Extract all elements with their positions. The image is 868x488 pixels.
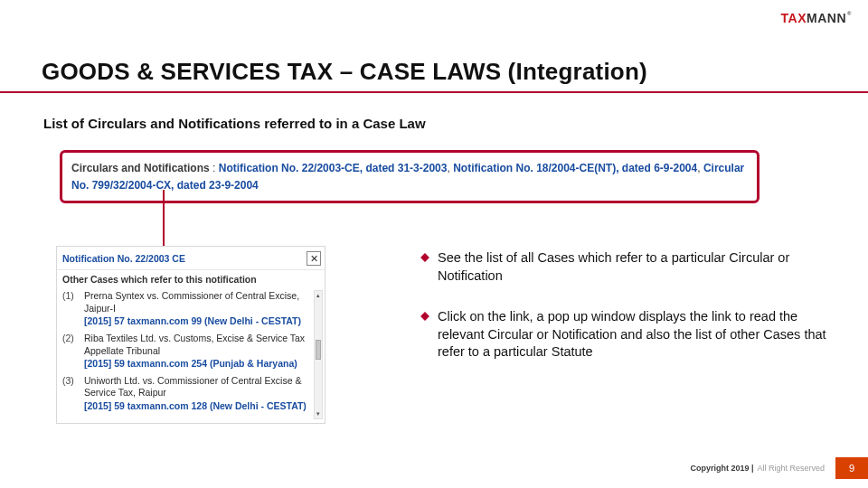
circulars-box: Circulars and Notifications : Notificati… — [60, 150, 760, 203]
diamond-bullet-icon — [420, 252, 430, 263]
popup-divider — [57, 269, 325, 270]
brand-part2: MANN — [807, 11, 846, 25]
slide: TAXMANN® GOODS & SERVICES TAX – CASE LAW… — [0, 0, 868, 488]
svg-rect-1 — [420, 312, 429, 321]
scrollbar[interactable]: ▴ ▾ — [314, 290, 323, 419]
list-index: (3) — [62, 375, 79, 413]
brand-logo: TAXMANN® — [781, 11, 852, 25]
list-text: Riba Textiles Ltd. vs. Customs, Excise &… — [84, 333, 312, 371]
circular-link[interactable]: Notification No. 22/2003-CE, dated 31-3-… — [219, 162, 448, 174]
page-number: 9 — [835, 457, 868, 479]
copyright-text: Copyright 2019 | — [690, 464, 753, 473]
circular-link[interactable]: Notification No. 18/2004-CE(NT), dated 6… — [453, 162, 697, 174]
popup-window: Notification No. 22/2003 CE ✕ Other Case… — [56, 246, 326, 424]
list-item: (3) Uniworth Ltd. vs. Commissioner of Ce… — [62, 375, 312, 413]
list-item: (2) Riba Textiles Ltd. vs. Customs, Exci… — [62, 333, 312, 371]
circulars-label: Circulars and Notifications — [71, 162, 210, 174]
popup-titlebar: Notification No. 22/2003 CE ✕ — [57, 247, 325, 269]
brand-reg: ® — [847, 11, 852, 16]
popup-title[interactable]: Notification No. 22/2003 CE — [62, 253, 185, 264]
list-text: Uniworth Ltd. vs. Commissioner of Centra… — [84, 375, 312, 413]
brand-part1: TAX — [781, 11, 807, 25]
title-underline — [0, 91, 868, 93]
case-citation[interactable]: [2015] 59 taxmann.com 128 (New Delhi - C… — [84, 400, 312, 413]
footer: Copyright 2019 | All Right Reserved 9 — [690, 457, 868, 479]
case-name: Uniworth Ltd. vs. Commissioner of Centra… — [84, 375, 301, 399]
bullet-text: See the list of all Cases which refer to… — [438, 249, 826, 285]
list-index: (1) — [62, 290, 79, 328]
bullet-text: Click on the link, a pop up window displ… — [438, 308, 826, 361]
bullet-item: See the list of all Cases which refer to… — [420, 249, 826, 285]
case-citation[interactable]: [2015] 59 taxmann.com 254 (Punjab & Hary… — [84, 358, 312, 371]
case-citation[interactable]: [2015] 57 taxmann.com 99 (New Delhi - CE… — [84, 315, 312, 328]
list-text: Prerna Syntex vs. Commissioner of Centra… — [84, 290, 312, 328]
list-item: (1) Prerna Syntex vs. Commissioner of Ce… — [62, 290, 312, 328]
rights-text: All Right Reserved — [757, 464, 825, 473]
case-name: Prerna Syntex vs. Commissioner of Centra… — [84, 290, 299, 314]
callout-connector — [163, 190, 165, 246]
circulars-joiner: , — [697, 162, 703, 174]
popup-subtitle: Other Cases which refer to this notifica… — [57, 274, 325, 290]
close-icon[interactable]: ✕ — [307, 251, 321, 266]
scroll-down-icon[interactable]: ▾ — [315, 409, 322, 418]
diamond-bullet-icon — [420, 311, 430, 322]
circulars-sep: : — [210, 162, 219, 174]
bullet-item: Click on the link, a pop up window displ… — [420, 308, 826, 361]
popup-body: (1) Prerna Syntex vs. Commissioner of Ce… — [57, 290, 325, 423]
section-subtitle: List of Circulars and Notifications refe… — [43, 116, 426, 131]
bullet-list: See the list of all Cases which refer to… — [420, 249, 826, 385]
scroll-up-icon[interactable]: ▴ — [315, 291, 322, 300]
page-title: GOODS & SERVICES TAX – CASE LAWS (Integr… — [42, 58, 647, 86]
scroll-thumb[interactable] — [316, 340, 321, 360]
list-index: (2) — [62, 333, 79, 371]
svg-rect-0 — [420, 253, 429, 262]
case-name: Riba Textiles Ltd. vs. Customs, Excise &… — [84, 333, 305, 356]
